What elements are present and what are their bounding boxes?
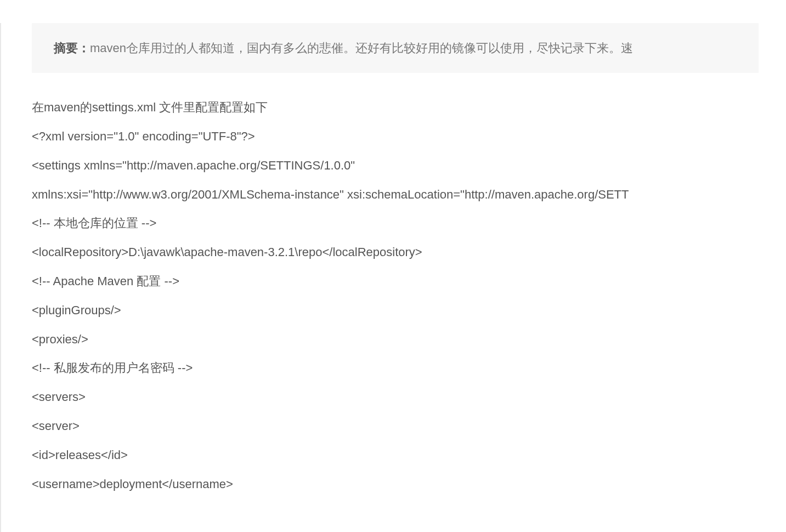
abstract-box: 摘要：maven仓库用过的人都知道，国内有多么的悲催。还好有比较好用的镜像可以使…: [32, 23, 759, 73]
article-content: 摘要：maven仓库用过的人都知道，国内有多么的悲催。还好有比较好用的镜像可以使…: [4, 23, 786, 493]
body-line: <servers>: [32, 389, 759, 406]
body-line: <server>: [32, 418, 759, 435]
body-line: <?xml version="1.0" encoding="UTF-8"?>: [32, 128, 759, 145]
body-line: <settings xmlns="http://maven.apache.org…: [32, 157, 759, 174]
abstract-label: 摘要：: [54, 41, 90, 55]
abstract-text: maven仓库用过的人都知道，国内有多么的悲催。还好有比较好用的镜像可以使用，尽…: [90, 41, 633, 55]
body-line: <!-- 本地仓库的位置 -->: [32, 215, 759, 232]
body-line: <username>deployment</username>: [32, 476, 759, 493]
body-line: <id>releases</id>: [32, 447, 759, 464]
page-wrapper: 摘要：maven仓库用过的人都知道，国内有多么的悲催。还好有比较好用的镜像可以使…: [0, 23, 786, 532]
body-line: <pluginGroups/>: [32, 302, 759, 319]
body-line: 在maven的settings.xml 文件里配置配置如下: [32, 99, 759, 116]
body-line: <localRepository>D:\javawk\apache-maven-…: [32, 244, 759, 261]
body-line: <!-- Apache Maven 配置 -->: [32, 273, 759, 290]
body-line: <proxies/>: [32, 331, 759, 348]
body-line: <!-- 私服发布的用户名密码 -->: [32, 360, 759, 377]
body-line: xmlns:xsi="http://www.w3.org/2001/XMLSch…: [32, 186, 759, 203]
